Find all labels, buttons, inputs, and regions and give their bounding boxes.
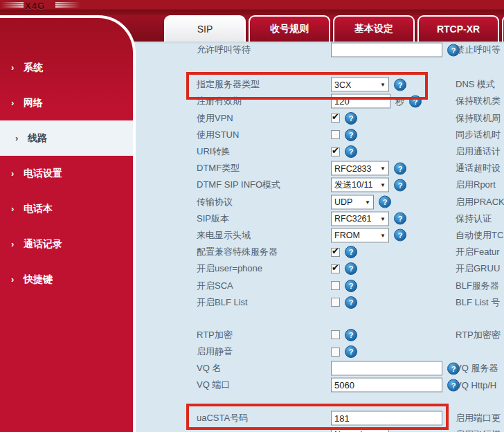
- right-column-label-use-stun: 同步话机时: [456, 129, 501, 141]
- help-icon[interactable]: ?: [345, 262, 357, 275]
- row-dtmf-type: DTMF类型RFC2833▼?通话超时设: [136, 160, 504, 177]
- field-label-dtmf-sip-info-mode: DTMF SIP INFO模式: [197, 179, 280, 191]
- flash-mode-select[interactable]: Normal▼: [331, 427, 389, 432]
- row-special-server: 配置兼容特殊服务器?开启Featur: [136, 244, 504, 260]
- chevron-right-icon: ›: [11, 98, 24, 108]
- row-sip-version: SIP版本RFC3261▼?保持认证: [136, 210, 504, 227]
- help-icon[interactable]: ?: [345, 296, 357, 309]
- field-control-sca: ?: [331, 280, 357, 292]
- tab-bar: SIP收号规则基本设定RTCP-XR: [164, 15, 504, 42]
- help-icon[interactable]: ?: [345, 345, 357, 358]
- field-label-server-type: 指定服务器类型: [197, 78, 260, 91]
- sidebar-item-label: 网络: [24, 97, 43, 109]
- help-icon[interactable]: ?: [345, 246, 357, 258]
- field-control-special-server: ?: [331, 246, 357, 258]
- help-icon[interactable]: ?: [394, 78, 406, 91]
- dropdown-arrow-icon: ▼: [380, 165, 386, 172]
- uacsta-number-input[interactable]: [331, 411, 442, 425]
- dropdown-arrow-icon: ▼: [380, 182, 386, 188]
- tab-sip[interactable]: SIP: [164, 15, 246, 42]
- row-uri-convert: URI转换?启用通话计: [136, 143, 504, 160]
- sidebar-item-phone-settings[interactable]: ›电话设置: [0, 156, 133, 191]
- right-column-label-dtmf-type: 通话超时设: [456, 162, 501, 174]
- chevron-right-icon: ›: [11, 274, 24, 285]
- row-vq-name: VQ 名?VQ 服务器: [136, 360, 504, 377]
- field-control-uri-convert: ?: [331, 145, 357, 158]
- help-icon[interactable]: ?: [394, 229, 406, 242]
- help-icon[interactable]: ?: [394, 162, 406, 174]
- chevron-right-icon: ›: [11, 239, 24, 249]
- selected-value: RFC2833: [334, 163, 372, 173]
- vq-port-input[interactable]: [331, 378, 442, 393]
- selected-value: 发送10/11: [334, 179, 372, 191]
- row-call-waiting: 允许呼叫等待?禁止呼叫等: [136, 42, 504, 58]
- section-gap: [136, 58, 504, 76]
- user-phone-checkbox[interactable]: [331, 264, 340, 273]
- sidebar-item-system[interactable]: ›系统: [0, 50, 133, 85]
- dtmf-type-select[interactable]: RFC2833▼: [331, 161, 389, 176]
- row-use-stun: 使用STUN?同步话机时: [136, 127, 504, 143]
- help-icon[interactable]: ?: [345, 112, 357, 125]
- help-icon[interactable]: ?: [379, 196, 391, 208]
- use-stun-checkbox[interactable]: [331, 130, 340, 139]
- right-column-label-user-phone: 开启GRUU: [456, 262, 500, 275]
- vq-name-input[interactable]: [331, 361, 442, 376]
- field-label-user-phone: 开启user=phone: [197, 262, 262, 275]
- selected-value: UDP: [334, 197, 352, 207]
- help-icon[interactable]: ?: [394, 179, 406, 191]
- special-server-checkbox[interactable]: [331, 248, 340, 257]
- help-icon[interactable]: ?: [345, 145, 357, 158]
- row-use-vpn: 使用VPN?保持联机周: [136, 110, 504, 127]
- field-control-blf-list: ?: [331, 296, 357, 309]
- help-icon[interactable]: ?: [345, 280, 357, 292]
- help-icon[interactable]: ?: [345, 129, 357, 141]
- row-register-expire: 注册有效期秒?保持联机类: [136, 93, 504, 109]
- row-vq-port: VQ 端口?VQ Http/H: [136, 377, 504, 393]
- register-expire-input[interactable]: [331, 94, 390, 109]
- server-type-select[interactable]: 3CX▼: [331, 78, 389, 92]
- tab-rtcp-xr[interactable]: RTCP-XR: [417, 15, 499, 42]
- field-control-uacsta-number: [331, 411, 442, 425]
- sidebar-item-call-log[interactable]: ›通话记录: [0, 226, 133, 262]
- form-content: 允许呼叫等待?禁止呼叫等指定服务器类型3CX▼?DNS 模式注册有效期秒?保持联…: [136, 42, 504, 432]
- row-transport: 传输协议UDP▼?启用PRACK: [136, 194, 504, 210]
- field-label-use-vpn: 使用VPN: [197, 112, 233, 125]
- sca-checkbox[interactable]: [331, 281, 340, 290]
- row-caller-id-header: 来电显示头域FROM▼?自动使用TC: [136, 227, 504, 244]
- sidebar-item-phonebook[interactable]: ›电话本: [0, 191, 133, 226]
- field-control-rtp-encrypt: ?: [331, 329, 357, 341]
- sidebar-item-label: 通话记录: [24, 238, 62, 251]
- right-column-label-blf-list: BLF List 号: [456, 296, 500, 309]
- right-column-label-rtp-encrypt: RTP加密密: [456, 329, 501, 341]
- right-column-label-caller-id-header: 自动使用TC: [456, 229, 503, 242]
- section-gap: [136, 394, 504, 410]
- sidebar-item-line[interactable]: ›线路: [0, 120, 133, 156]
- sidebar-item-function-key[interactable]: ›快捷键: [0, 262, 133, 297]
- blf-list-checkbox[interactable]: [331, 298, 340, 307]
- row-sca: 开启SCA?BLF服务器: [136, 277, 504, 294]
- tab-basic-settings[interactable]: 基本设定: [333, 15, 415, 42]
- right-column-label-register-expire: 保持联机类: [456, 95, 501, 107]
- right-column-label-flash-mode: 启用飞行模: [456, 429, 501, 432]
- field-control-sip-version: RFC3261▼?: [331, 211, 406, 226]
- enable-mute-checkbox[interactable]: [331, 348, 340, 357]
- call-waiting-input[interactable]: [331, 43, 442, 57]
- sip-version-select[interactable]: RFC3261▼: [331, 211, 389, 226]
- uri-convert-checkbox[interactable]: [331, 147, 340, 156]
- row-user-phone: 开启user=phone?开启GRUU: [136, 260, 504, 277]
- field-control-flash-mode: Normal▼: [331, 427, 389, 432]
- sidebar-item-network[interactable]: ›网络: [0, 85, 133, 120]
- rtp-encrypt-checkbox[interactable]: [331, 330, 340, 339]
- field-label-special-server: 配置兼容特殊服务器: [197, 246, 278, 258]
- row-server-type: 指定服务器类型3CX▼?DNS 模式: [136, 76, 504, 93]
- dtmf-sip-info-mode-select[interactable]: 发送10/11▼: [331, 178, 389, 192]
- field-control-use-stun: ?: [331, 129, 357, 141]
- field-control-call-waiting: ?: [331, 43, 460, 57]
- help-icon[interactable]: ?: [394, 213, 406, 225]
- caller-id-header-select[interactable]: FROM▼: [331, 228, 389, 242]
- transport-select[interactable]: UDP▼: [331, 195, 374, 209]
- help-icon[interactable]: ?: [345, 329, 357, 341]
- tab-dial-plan[interactable]: 收号规则: [249, 15, 330, 42]
- help-icon[interactable]: ?: [409, 95, 422, 107]
- use-vpn-checkbox[interactable]: [331, 114, 340, 123]
